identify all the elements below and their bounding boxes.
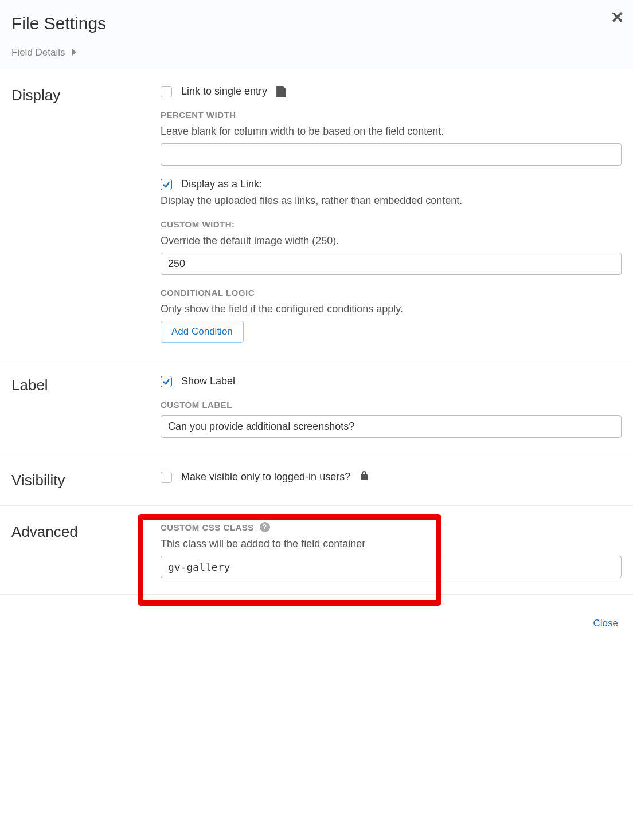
input-custom-label[interactable] [161,415,622,438]
close-link[interactable]: Close [593,618,618,629]
section-label: Label Show Label CUSTOM LABEL [0,359,633,454]
input-custom-width[interactable] [161,253,622,275]
modal-header: File Settings Field Details [0,0,633,69]
checkbox-show-label[interactable] [161,376,172,387]
section-content-visibility: Make visible only to logged-in users? [161,470,622,489]
label-show-label: Show Label [181,375,235,387]
heading-custom-width: CUSTOM WIDTH: [161,219,622,229]
label-link-single-entry: Link to single entry [181,85,267,97]
lock-icon [360,470,369,484]
label-display-as-link: Display as a Link: [181,178,262,190]
heading-custom-label: CUSTOM LABEL [161,400,622,410]
desc-display-as-link: Display the uploaded files as links, rat… [161,195,622,207]
label-logged-in-only: Make visible only to logged-in users? [181,471,350,483]
heading-percent-width: PERCENT WIDTH [161,110,622,120]
file-settings-modal: ✕ File Settings Field Details Display Li… [0,0,633,641]
heading-conditional-logic: CONDITIONAL LOGIC [161,288,622,297]
close-icon[interactable]: ✕ [611,8,624,27]
section-title-display: Display [11,85,161,343]
section-title-label: Label [11,375,161,438]
section-title-advanced: Advanced [11,522,161,578]
checkbox-link-single-entry[interactable] [161,86,172,97]
section-advanced: Advanced CUSTOM CSS CLASS ? This class w… [0,506,633,595]
section-content-display: Link to single entry PERCENT WIDTH Leave… [161,85,622,343]
section-content-advanced: CUSTOM CSS CLASS ? This class will be ad… [161,522,622,578]
desc-custom-width: Override the default image width (250). [161,235,622,247]
checkbox-display-as-link[interactable] [161,179,172,190]
desc-conditional-logic: Only show the field if the configured co… [161,303,622,315]
modal-title: File Settings [11,14,622,33]
chevron-right-icon [71,47,77,58]
modal-footer: Close [0,595,633,641]
section-content-label: Show Label CUSTOM LABEL [161,375,622,438]
section-title-visibility: Visibility [11,470,161,489]
input-percent-width[interactable] [161,143,622,166]
file-icon [276,86,286,97]
breadcrumb-label: Field Details [11,47,65,58]
section-visibility: Visibility Make visible only to logged-i… [0,454,633,506]
checkbox-logged-in-only[interactable] [161,472,172,483]
help-icon[interactable]: ? [260,522,270,532]
breadcrumb[interactable]: Field Details [11,47,622,58]
section-display: Display Link to single entry PERCENT WID… [0,69,633,359]
input-custom-css[interactable] [161,556,622,578]
desc-percent-width: Leave blank for column width to be based… [161,125,622,138]
add-condition-button[interactable]: Add Condition [161,321,244,343]
heading-custom-css: CUSTOM CSS CLASS [161,523,254,532]
desc-custom-css: This class will be added to the field co… [161,538,622,550]
